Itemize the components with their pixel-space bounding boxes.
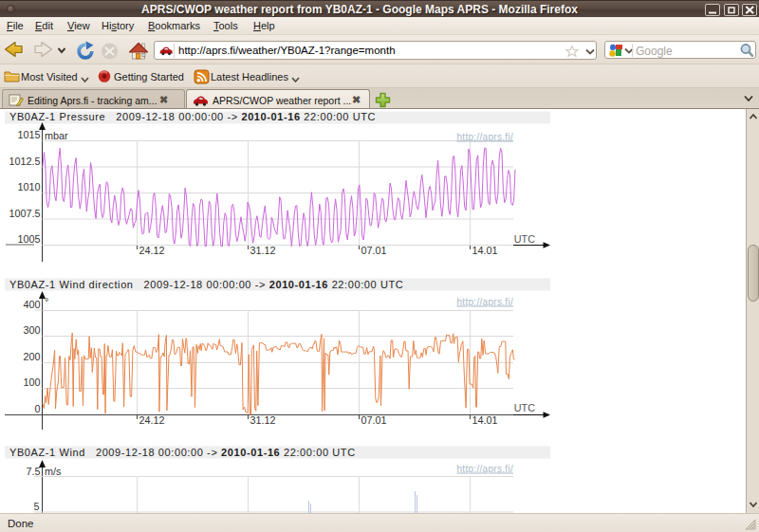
svg-text:24.12: 24.12	[139, 245, 165, 256]
svg-text:1010: 1010	[17, 181, 40, 193]
svg-text:14.01: 14.01	[472, 245, 498, 256]
svg-text:http://aprs.fi/: http://aprs.fi/	[456, 132, 513, 142]
svg-text:31.12: 31.12	[250, 245, 276, 256]
svg-text:http://aprs.fi/: http://aprs.fi/	[456, 297, 513, 307]
svg-text:400: 400	[23, 299, 40, 310]
svg-text:http://aprs.fi/: http://aprs.fi/	[456, 464, 513, 474]
svg-text:07.01: 07.01	[361, 245, 387, 256]
svg-text:7.5: 7.5	[26, 466, 40, 477]
svg-text:YB0AZ-1 Wind 2009-12-18 00:0: YB0AZ-1 Wind 2009-12-18 00:00:00 -> 2010…	[9, 447, 356, 458]
svg-text:07.01: 07.01	[361, 414, 387, 426]
svg-text:100: 100	[23, 376, 40, 388]
svg-text:24.12: 24.12	[139, 414, 165, 426]
svg-text:YB0AZ-1 Wind direction 2009-: YB0AZ-1 Wind direction 2009-12-18 00:00:…	[9, 279, 403, 290]
svg-text:m/s: m/s	[45, 466, 62, 477]
svg-text:31.12: 31.12	[250, 414, 276, 426]
svg-text:200: 200	[23, 351, 40, 362]
svg-text:1007.5: 1007.5	[9, 208, 40, 219]
svg-text:UTC: UTC	[514, 233, 535, 245]
svg-text:0: 0	[34, 403, 40, 414]
svg-text:5: 5	[33, 501, 39, 512]
svg-text:300: 300	[23, 324, 40, 336]
svg-text:1015: 1015	[17, 129, 40, 140]
svg-text:1005: 1005	[17, 233, 40, 245]
svg-text:mbar: mbar	[45, 130, 68, 141]
svg-text:14.01: 14.01	[472, 414, 498, 426]
svg-text:1012.5: 1012.5	[9, 156, 40, 167]
svg-text:°: °	[45, 296, 48, 307]
svg-text:UTC: UTC	[514, 402, 535, 413]
svg-text:YB0AZ-1 Pressure 2009-12-18: YB0AZ-1 Pressure 2009-12-18 00:00:00 -> …	[9, 111, 376, 122]
